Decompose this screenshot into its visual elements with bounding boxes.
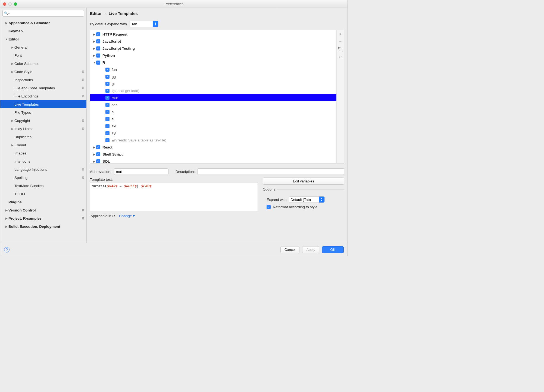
- sidebar-item[interactable]: Inspections⧉: [0, 76, 86, 84]
- search-input[interactable]: [2, 10, 84, 17]
- template-text-input[interactable]: mutate($VAR$ = $RULE$) $END$: [90, 183, 258, 211]
- enabled-checkbox[interactable]: ✓: [96, 152, 100, 156]
- sidebar-item[interactable]: ▶Version Control⧉: [0, 206, 86, 214]
- template-item[interactable]: ✓sl: [90, 115, 336, 122]
- abbreviation-input[interactable]: [114, 168, 168, 175]
- sidebar-item[interactable]: Plugins: [0, 198, 86, 206]
- template-item[interactable]: ✓gg: [90, 73, 336, 80]
- sidebar-item[interactable]: ▶Appearance & Behavior: [0, 19, 86, 27]
- enabled-checkbox[interactable]: ✓: [105, 103, 110, 107]
- sidebar-item-label: Copyright: [14, 119, 82, 123]
- sidebar-item-label: Spelling: [14, 176, 82, 180]
- enabled-checkbox[interactable]: ✓: [105, 138, 110, 142]
- sidebar-item[interactable]: File Types: [0, 108, 86, 116]
- expand-with-value[interactable]: [130, 21, 153, 27]
- enabled-checkbox[interactable]: ✓: [105, 117, 110, 121]
- sidebar-item[interactable]: ▶Emmet: [0, 141, 86, 149]
- enabled-checkbox[interactable]: ✓: [96, 61, 100, 65]
- template-group[interactable]: ▶✓React: [90, 144, 336, 151]
- sidebar-item[interactable]: ▼Editor: [0, 35, 86, 43]
- template-item[interactable]: ✓ses: [90, 101, 336, 108]
- template-item[interactable]: ✓mut: [90, 94, 336, 101]
- enabled-checkbox[interactable]: ✓: [96, 53, 100, 58]
- expand-with-option-select[interactable]: ▲▼: [289, 196, 325, 203]
- expand-with-option-value[interactable]: [289, 197, 319, 203]
- sidebar-item[interactable]: Live Templates: [0, 100, 86, 108]
- chevron-updown-icon[interactable]: ▲▼: [319, 197, 324, 203]
- template-item[interactable]: ✓gt: [90, 80, 336, 87]
- edit-variables-button[interactable]: Edit variables: [263, 178, 344, 185]
- sidebar-item[interactable]: ▶Project: R-samples⧉: [0, 214, 86, 222]
- template-group[interactable]: ▶✓Shell Script: [90, 151, 336, 158]
- remove-button[interactable]: −: [339, 39, 342, 44]
- sidebar-item[interactable]: Language Injections⧉: [0, 165, 86, 173]
- sidebar-item[interactable]: ▶Color Scheme: [0, 59, 86, 68]
- template-label: gg: [112, 75, 116, 79]
- sidebar-item[interactable]: Font: [0, 51, 86, 59]
- sidebar-item[interactable]: ▶Copyright⧉: [0, 116, 86, 125]
- enabled-checkbox[interactable]: ✓: [96, 159, 100, 163]
- template-item[interactable]: ✓sxl: [90, 122, 336, 129]
- template-label: HTTP Request: [102, 32, 127, 36]
- sidebar-item[interactable]: Duplicates: [0, 133, 86, 141]
- minimize-icon[interactable]: [8, 2, 12, 6]
- expand-with-select[interactable]: ▲▼: [130, 21, 158, 27]
- sidebar-item[interactable]: ▶General: [0, 43, 86, 51]
- template-item[interactable]: ✓lgl (local get load): [90, 87, 336, 94]
- enabled-checkbox[interactable]: ✓: [96, 32, 100, 36]
- template-item[interactable]: ✓syl: [90, 129, 336, 137]
- sidebar-item[interactable]: TODO: [0, 190, 86, 198]
- template-group[interactable]: ▶✓HTTP Request: [90, 31, 336, 38]
- sidebar-item[interactable]: Keymap: [0, 27, 86, 35]
- template-item[interactable]: ✓fun: [90, 66, 336, 73]
- template-group[interactable]: ▼✓R: [90, 59, 336, 66]
- tree-toolbar: + − ⿻ ↶: [336, 30, 344, 163]
- sidebar-item[interactable]: TextMate Bundles: [0, 182, 86, 190]
- zoom-icon[interactable]: [14, 2, 17, 6]
- duplicate-button[interactable]: ⿻: [338, 47, 343, 52]
- ok-button[interactable]: OK: [322, 246, 344, 253]
- template-label: Shell Script: [102, 152, 123, 156]
- enabled-checkbox[interactable]: ✓: [105, 75, 110, 79]
- sidebar-item[interactable]: Intentions: [0, 157, 86, 165]
- description-input[interactable]: [198, 168, 344, 175]
- template-group[interactable]: ▶✓JavaScript: [90, 38, 336, 45]
- template-label: React: [102, 145, 112, 149]
- enabled-checkbox[interactable]: ✓: [96, 46, 100, 50]
- disclosure-icon: ▶: [92, 47, 96, 50]
- cancel-button[interactable]: Cancel: [280, 246, 299, 253]
- enabled-checkbox[interactable]: ✓: [105, 96, 110, 100]
- enabled-checkbox[interactable]: ✓: [105, 68, 110, 72]
- enabled-checkbox[interactable]: ✓: [105, 89, 110, 93]
- undo-button[interactable]: ↶: [339, 55, 342, 60]
- apply-button[interactable]: Apply: [302, 246, 319, 253]
- sidebar-item[interactable]: File Encodings⧉: [0, 92, 86, 100]
- enabled-checkbox[interactable]: ✓: [96, 39, 100, 43]
- sidebar-list[interactable]: ▶Appearance & BehaviorKeymap▼Editor▶Gene…: [0, 19, 86, 243]
- sidebar-item[interactable]: ▶Inlay Hints⧉: [0, 125, 86, 133]
- sidebar-item[interactable]: ▶Code Style⧉: [0, 68, 86, 76]
- sidebar-item[interactable]: ▶Build, Execution, Deployment: [0, 222, 86, 230]
- sidebar: 🔍▾ ▶Appearance & BehaviorKeymap▼Editor▶G…: [0, 8, 87, 243]
- sidebar-item[interactable]: Images: [0, 149, 86, 157]
- template-group[interactable]: ▶✓Python: [90, 52, 336, 59]
- enabled-checkbox[interactable]: ✓: [105, 82, 110, 86]
- help-button[interactable]: ?: [4, 247, 10, 252]
- chevron-updown-icon[interactable]: ▲▼: [153, 21, 158, 27]
- close-icon[interactable]: [3, 2, 6, 6]
- template-group[interactable]: ▶✓SQL: [90, 158, 336, 163]
- enabled-checkbox[interactable]: ✓: [105, 110, 110, 114]
- template-group[interactable]: ▶✓JavaScript Testing: [90, 45, 336, 52]
- template-item[interactable]: ✓wri (readr: Save a table as tsv-file): [90, 137, 336, 144]
- sidebar-item[interactable]: File and Code Templates⧉: [0, 84, 86, 92]
- change-context-link[interactable]: Change ▾: [119, 214, 135, 218]
- reformat-checkbox[interactable]: ✓: [267, 205, 271, 209]
- enabled-checkbox[interactable]: ✓: [105, 124, 110, 128]
- template-item[interactable]: ✓si: [90, 108, 336, 115]
- templates-tree[interactable]: ▶✓HTTP Request▶✓JavaScript▶✓JavaScript T…: [90, 30, 336, 163]
- sidebar-item[interactable]: Spelling⧉: [0, 173, 86, 182]
- enabled-checkbox[interactable]: ✓: [96, 145, 100, 149]
- disclosure-icon: ▶: [5, 21, 8, 24]
- enabled-checkbox[interactable]: ✓: [105, 131, 110, 135]
- add-button[interactable]: +: [339, 32, 342, 37]
